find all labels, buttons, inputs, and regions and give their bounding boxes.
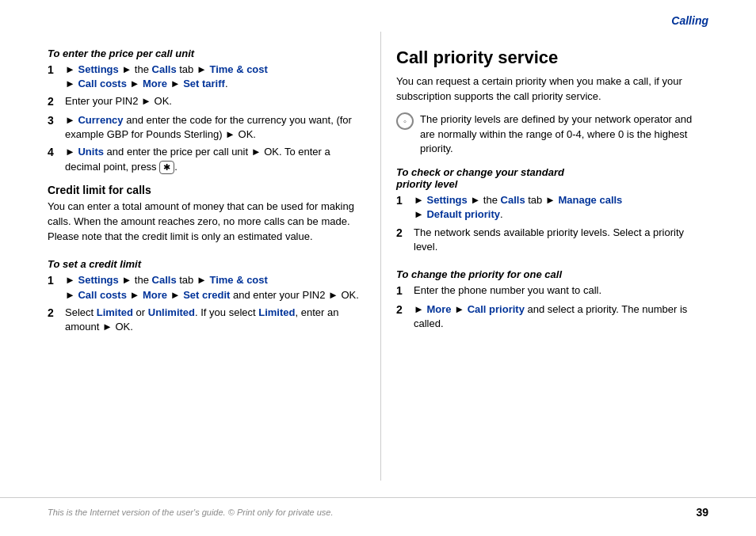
step-content: ► Settings ► the Calls tab ► Time & cost… [65,63,365,91]
step-content: Select Limited or Unlimited. If you sele… [65,306,365,334]
highlight-calls: Calls [152,63,177,75]
note-text: The priority levels are defined by your … [420,112,697,158]
step-content: ► Units and enter the price per call uni… [65,145,365,174]
highlight-settariff: Set tariff [183,78,225,89]
price-steps: 1 ► Settings ► the Calls tab ► Time & co… [48,63,365,174]
section-check-priority: To check or change your standardpriority… [396,166,697,254]
list-item: 4 ► Units and enter the price per call u… [48,145,365,174]
step-number: 2 [396,302,407,331]
step-content: ► More ► Call priority and select a prio… [414,302,697,331]
star-key-icon: ✱ [159,161,174,174]
step-number: 2 [396,226,407,254]
step-number: 2 [48,94,59,110]
change-priority-steps: 1 Enter the phone number you want to cal… [396,283,697,331]
check-priority-steps: 1 ► Settings ► the Calls tab ► Manage ca… [396,193,697,254]
step-number: 1 [396,193,407,222]
left-column: To enter the price per call unit 1 ► Set… [48,48,365,344]
main-heading: Call priority service [396,48,697,68]
highlight-manage: Manage calls [558,194,622,206]
section-price-title: To enter the price per call unit [48,48,365,59]
step-number: 1 [48,273,59,302]
highlight-limited2: Limited [258,306,295,318]
step-content: ► Settings ► the Calls tab ► Time & cost… [65,273,365,302]
note-row: ◦ The priority levels are defined by you… [396,112,697,158]
highlight-setcredit: Set credit [183,289,230,301]
content-columns: To enter the price per call unit 1 ► Set… [48,48,708,344]
list-item: 1 Enter the phone number you want to cal… [396,283,697,299]
section-set-credit: To set a credit limit 1 ► Settings ► the… [48,258,365,334]
highlight-more: More [143,78,167,89]
highlight-units: Units [78,146,104,158]
highlight-settings: Settings [78,63,118,75]
footer-text: This is the Internet version of the user… [48,507,334,517]
page-header: Calling [671,14,708,27]
credit-body: You can enter a total amount of money th… [48,200,365,245]
section-credit-title: Credit limit for calls [48,184,365,196]
step-number: 3 [48,113,59,142]
step-content: The network sends available priority lev… [414,226,697,254]
step-content: ► Settings ► the Calls tab ► Manage call… [414,193,697,222]
set-credit-steps: 1 ► Settings ► the Calls tab ► Time & co… [48,273,365,334]
footer: This is the Internet version of the user… [0,497,756,519]
list-item: 3 ► Currency and enter the code for the … [48,113,365,142]
list-item: 1 ► Settings ► the Calls tab ► Manage ca… [396,193,697,222]
change-priority-title: To change the priority for one call [396,268,697,280]
section-price-per-call: To enter the price per call unit 1 ► Set… [48,48,365,174]
list-item: 2 ► More ► Call priority and select a pr… [396,302,697,331]
step-content: Enter the phone number you want to call. [414,283,697,299]
section-change-priority: To change the priority for one call 1 En… [396,268,697,331]
highlight-currency: Currency [78,114,123,126]
right-column: Call priority service You can request a … [396,48,697,344]
header-title: Calling [671,14,708,27]
step-number: 1 [396,283,407,299]
highlight-settings2: Settings [78,274,118,286]
highlight-calls3: Calls [501,194,525,206]
intro-text: You can request a certain priority when … [396,74,697,105]
highlight-default: Default priority [426,208,499,220]
step-content: ► Currency and enter the code for the cu… [65,113,365,142]
highlight-callcosts: Call costs [78,78,126,89]
step-content: Enter your PIN2 ► OK. [65,94,365,110]
highlight-time-cost: Time & cost [209,63,267,75]
page: Calling To enter the price per call unit… [0,0,756,536]
highlight-callpriority: Call priority [468,303,525,315]
highlight-time-cost2: Time & cost [209,274,267,286]
step-number: 4 [48,145,59,174]
list-item: 2 The network sends available priority l… [396,226,697,254]
highlight-settings3: Settings [426,194,467,206]
set-credit-title: To set a credit limit [48,258,365,270]
highlight-unlimited: Unlimited [148,306,195,318]
list-item: 1 ► Settings ► the Calls tab ► Time & co… [48,273,365,302]
column-divider [380,32,381,481]
list-item: 1 ► Settings ► the Calls tab ► Time & co… [48,63,365,91]
step-number: 2 [48,306,59,334]
highlight-callcosts2: Call costs [78,289,126,301]
note-icon: ◦ [396,112,414,130]
step-number: 1 [48,63,59,91]
list-item: 2 Enter your PIN2 ► OK. [48,94,365,110]
section-credit-limit: Credit limit for calls You can enter a t… [48,184,365,245]
highlight-calls2: Calls [152,274,177,286]
highlight-limited: Limited [97,306,133,318]
highlight-more3: More [426,303,451,315]
check-priority-title: To check or change your standardpriority… [396,166,697,190]
footer-page-number: 39 [696,506,708,519]
list-item: 2 Select Limited or Unlimited. If you se… [48,306,365,334]
highlight-more2: More [143,289,167,301]
